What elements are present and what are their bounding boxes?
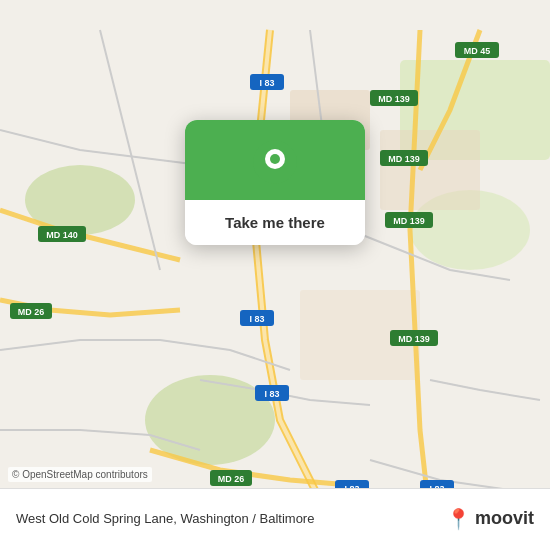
svg-text:MD 139: MD 139 (378, 94, 410, 104)
svg-text:MD 139: MD 139 (393, 216, 425, 226)
svg-text:MD 139: MD 139 (388, 154, 420, 164)
copyright-text: © OpenStreetMap contributors (8, 467, 152, 482)
svg-text:MD 140: MD 140 (46, 230, 78, 240)
svg-text:MD 26: MD 26 (218, 474, 245, 484)
svg-text:MD 26: MD 26 (18, 307, 45, 317)
location-pin-icon (253, 140, 297, 184)
location-popup: Take me there (185, 120, 365, 245)
map-container: I 83 I 83 I 83 I 83 I 83 MD 45 MD 139 MD… (0, 0, 550, 550)
take-me-there-button[interactable]: Take me there (185, 200, 365, 245)
moovit-pin-icon: 📍 (446, 507, 471, 531)
svg-text:MD 45: MD 45 (464, 46, 491, 56)
svg-text:I 83: I 83 (259, 78, 274, 88)
moovit-logo-text: moovit (475, 508, 534, 529)
address-text: West Old Cold Spring Lane, Washington / … (16, 511, 446, 526)
bottom-bar: West Old Cold Spring Lane, Washington / … (0, 488, 550, 550)
moovit-logo: 📍 moovit (446, 507, 534, 531)
svg-text:MD 139: MD 139 (398, 334, 430, 344)
svg-text:I 83: I 83 (264, 389, 279, 399)
popup-header (185, 120, 365, 200)
svg-text:I 83: I 83 (249, 314, 264, 324)
svg-rect-5 (380, 130, 480, 210)
